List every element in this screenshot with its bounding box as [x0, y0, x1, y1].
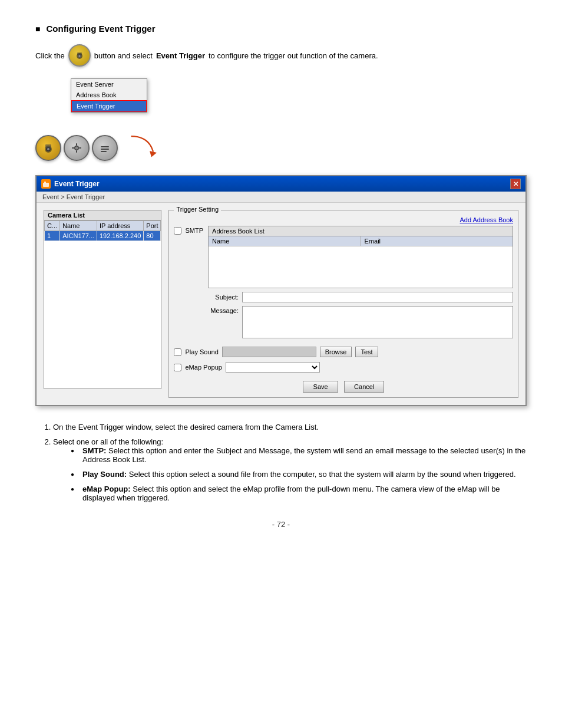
step-1: On the Event Trigger window, select the …	[53, 423, 527, 431]
titlebar-left: Event Trigger	[41, 179, 100, 189]
bullet-emap-text: Select this option and select the eMap p…	[82, 485, 500, 502]
dialog-title-icon	[41, 179, 51, 189]
table-row[interactable]: 1 AICN177... 192.168.2.240 80	[45, 231, 161, 241]
svg-rect-13	[79, 147, 81, 149]
play-sound-checkbox[interactable]	[174, 348, 181, 356]
svg-rect-14	[101, 146, 109, 147]
svg-rect-7	[45, 144, 51, 148]
save-button[interactable]: Save	[303, 381, 338, 393]
message-textarea[interactable]	[242, 306, 513, 338]
steps-list: On the Event Trigger window, select the …	[53, 423, 527, 502]
bullet-smtp-text: Select this option and enter the Subject…	[82, 446, 525, 464]
close-button[interactable]: ✕	[510, 179, 521, 189]
intro-before: Click the	[35, 51, 65, 60]
emap-label: eMap Popup	[185, 364, 222, 371]
intro-rest: to configure the trigger out function of…	[209, 51, 378, 60]
cell-name: AICN177...	[60, 231, 97, 241]
bullet-smtp-bold: SMTP:	[82, 446, 106, 455]
dialog-body: Camera List C... Name IP address Port 1	[37, 203, 525, 405]
trigger-setting-panel: Trigger Setting Add Address Book SMTP Ad…	[168, 210, 518, 398]
dialog-titlebar: Event Trigger ✕	[37, 176, 525, 192]
address-book-list-title: Address Book List	[209, 226, 513, 236]
ab-col-email: Email	[361, 236, 513, 246]
svg-rect-12	[72, 147, 74, 149]
svg-point-6	[47, 148, 49, 150]
bullet-play-sound-bold: Play Sound:	[82, 470, 127, 479]
svg-rect-11	[76, 150, 77, 153]
col-name: Name	[60, 221, 97, 231]
cell-ip: 192.168.2.240	[97, 231, 143, 241]
dialog-title-text: Event Trigger	[54, 180, 100, 188]
svg-rect-16	[101, 151, 107, 152]
camera-list-title: Camera List	[44, 210, 161, 220]
cell-port: 80	[144, 231, 161, 241]
subject-row: Subject:	[208, 292, 513, 302]
message-row: Message:	[208, 306, 513, 338]
bullet-play-sound: Play Sound: Select this option select a …	[71, 470, 527, 479]
camera-table: C... Name IP address Port 1 AICN177... 1…	[44, 220, 161, 241]
camera-icon-btn[interactable]	[68, 44, 91, 67]
dialog-footer-buttons: Save Cancel	[174, 381, 513, 393]
icon-settings1[interactable]	[64, 135, 90, 161]
breadcrumb-text: Event > Event Trigger	[42, 193, 105, 200]
menu-item-event-trigger[interactable]: Event Trigger	[71, 100, 147, 112]
menu-item-address-book[interactable]: Address Book	[71, 90, 147, 100]
intro-bold: Event Trigger	[156, 51, 205, 60]
arrow-icon	[127, 131, 162, 161]
bullet-play-sound-text: Select this option select a sound file f…	[129, 470, 516, 479]
svg-rect-15	[101, 149, 109, 150]
subject-input[interactable]	[242, 292, 513, 302]
trigger-legend: Trigger Setting	[174, 206, 221, 213]
add-address-book-link[interactable]: Add Address Book	[174, 216, 513, 223]
camera-list-panel: Camera List C... Name IP address Port 1	[44, 210, 161, 398]
svg-rect-18	[43, 183, 49, 187]
address-book-subpanel: Address Book List Name Email Subject:	[208, 226, 513, 342]
smtp-label: SMTP	[185, 227, 203, 234]
emap-checkbox[interactable]	[174, 364, 181, 371]
bullet-emap: eMap Popup: Select this option and selec…	[71, 485, 527, 502]
svg-point-3	[78, 55, 80, 57]
bullet-emap-bold: eMap Popup:	[82, 485, 131, 493]
event-trigger-dialog: Event Trigger ✕ Event > Event Trigger Ca…	[35, 175, 527, 406]
intro-after: button and select	[94, 51, 153, 60]
emap-select[interactable]	[226, 362, 320, 373]
step1-text: On the Event Trigger window, select the …	[53, 423, 319, 431]
message-label: Message:	[208, 306, 239, 314]
menu-item-event-server[interactable]: Event Server	[71, 79, 147, 90]
icon-settings2[interactable]	[92, 135, 118, 161]
page-number: - 72 -	[35, 520, 527, 529]
play-sound-label: Play Sound	[185, 348, 218, 355]
icon-row	[35, 135, 118, 161]
menu-popup: Event Server Address Book Event Trigger	[71, 78, 147, 113]
page-number-text: - 72 -	[272, 520, 290, 529]
smtp-row: SMTP Address Book List Name Email Subj	[174, 226, 513, 342]
step-2: Select one or all of the following: SMTP…	[53, 437, 527, 502]
dialog-breadcrumb: Event > Event Trigger	[37, 192, 525, 203]
cancel-button[interactable]: Cancel	[344, 381, 384, 393]
cell-c: 1	[45, 231, 60, 241]
icon-camera[interactable]	[35, 135, 61, 161]
play-sound-input[interactable]	[222, 347, 316, 357]
browse-button[interactable]: Browse	[320, 347, 352, 357]
subject-label: Subject:	[208, 294, 239, 301]
heading-text: Configuring Event Trigger	[46, 24, 155, 34]
intro-line: Click the button and select Event Trigge…	[35, 44, 527, 67]
section-heading: Configuring Event Trigger	[35, 24, 527, 34]
svg-marker-17	[150, 151, 157, 157]
ab-body	[209, 246, 513, 288]
test-button[interactable]: Test	[355, 347, 378, 357]
col-ip: IP address	[97, 221, 143, 231]
menu-illustration: Event Server Address Book Event Trigger	[35, 78, 200, 161]
svg-rect-2	[77, 52, 82, 55]
svg-rect-19	[44, 182, 46, 183]
smtp-checkbox[interactable]	[174, 227, 181, 235]
ab-col-name: Name	[209, 236, 361, 246]
smtp-checkbox-row: SMTP	[174, 226, 203, 235]
address-book-header: Name Email	[209, 236, 513, 246]
emap-popup-row: eMap Popup	[174, 362, 513, 373]
bullet-list: SMTP: Select this option and enter the S…	[71, 446, 527, 502]
col-port: Port	[144, 221, 161, 231]
col-c: C...	[45, 221, 60, 231]
step2-text: Select one or all of the following:	[53, 437, 163, 446]
play-sound-row: Play Sound Browse Test	[174, 347, 513, 357]
